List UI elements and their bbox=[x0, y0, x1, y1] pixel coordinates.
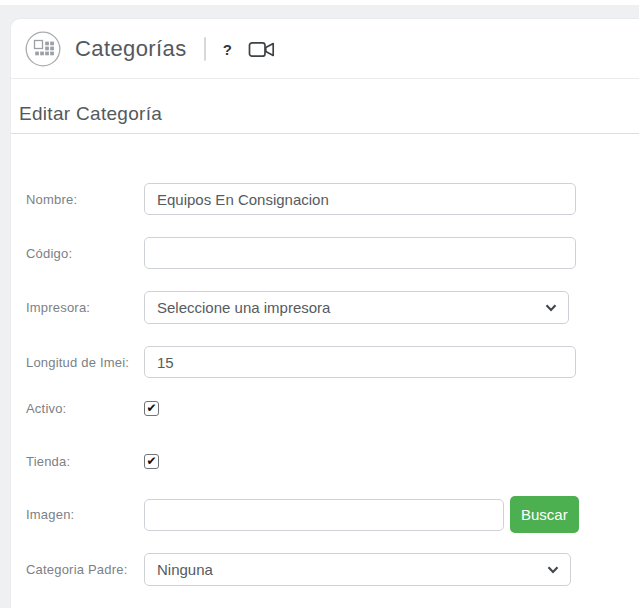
codigo-input[interactable] bbox=[144, 237, 576, 269]
categoria-padre-selected-value: Ninguna bbox=[157, 561, 213, 578]
checkmark-icon: ✔ bbox=[146, 402, 156, 414]
form-row-longitud-imei: Longitud de Imei: bbox=[26, 346, 639, 378]
imagen-input[interactable] bbox=[144, 499, 504, 531]
help-button[interactable]: ? bbox=[223, 41, 232, 58]
tienda-checkbox[interactable]: ✔ bbox=[144, 454, 159, 469]
form-row-categoria-padre: Categoria Padre: Ninguna bbox=[26, 553, 639, 586]
categories-icon bbox=[25, 31, 61, 67]
categoria-padre-select[interactable]: Ninguna bbox=[144, 553, 571, 586]
video-tutorial-button[interactable] bbox=[248, 40, 275, 59]
nombre-label: Nombre: bbox=[26, 192, 144, 207]
page-title: Categorías bbox=[75, 36, 187, 62]
video-camera-icon bbox=[248, 40, 275, 59]
edit-category-form: Nombre: Código: Impresora: Seleccione un… bbox=[11, 134, 639, 586]
form-row-codigo: Código: bbox=[26, 237, 639, 269]
form-row-impresora: Impresora: Seleccione una impresora bbox=[26, 291, 639, 324]
tienda-label: Tienda: bbox=[26, 454, 144, 469]
card-header: Categorías ? bbox=[11, 19, 639, 79]
checkmark-icon: ✔ bbox=[146, 455, 156, 467]
form-row-imagen: Imagen: Buscar bbox=[26, 496, 639, 533]
buscar-button[interactable]: Buscar bbox=[510, 496, 579, 533]
impresora-selected-value: Seleccione una impresora bbox=[157, 299, 330, 316]
codigo-label: Código: bbox=[26, 246, 144, 261]
form-row-activo: Activo: ✔ bbox=[26, 400, 639, 416]
section-title: Editar Categoría bbox=[11, 79, 639, 134]
nombre-input[interactable] bbox=[144, 183, 576, 215]
impresora-select[interactable]: Seleccione una impresora bbox=[144, 291, 569, 324]
longitud-imei-input[interactable] bbox=[144, 346, 576, 378]
longitud-imei-label: Longitud de Imei: bbox=[26, 355, 144, 370]
form-row-nombre: Nombre: bbox=[26, 183, 639, 215]
chevron-down-icon bbox=[547, 566, 559, 574]
form-row-tienda: Tienda: ✔ bbox=[26, 453, 639, 469]
activo-label: Activo: bbox=[26, 401, 144, 416]
categoria-padre-label: Categoria Padre: bbox=[26, 562, 144, 577]
chevron-down-icon bbox=[545, 304, 557, 312]
categories-card: Categorías ? Editar Categoría Nombre: Có… bbox=[10, 18, 639, 608]
imagen-label: Imagen: bbox=[26, 507, 144, 522]
activo-checkbox[interactable]: ✔ bbox=[144, 401, 159, 416]
top-strip bbox=[0, 0, 639, 5]
impresora-label: Impresora: bbox=[26, 300, 144, 315]
header-divider bbox=[204, 37, 206, 61]
